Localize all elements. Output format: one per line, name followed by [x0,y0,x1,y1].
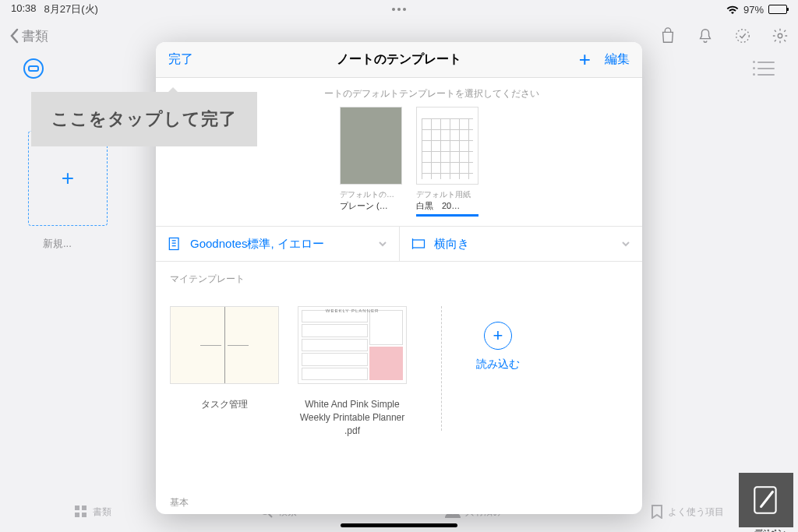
thumb-subcaption: 白黒 20… [416,200,478,212]
bell-icon[interactable] [697,27,714,44]
wifi-icon [726,5,739,14]
template-thumb [170,306,279,384]
plus-circle-icon: + [484,322,512,350]
tab-favorites[interactable]: よく使う項目 [651,505,724,519]
default-template-grid[interactable]: デフォルト用紙 白黒 20… [416,107,478,217]
plain-cover-thumb [340,107,402,185]
new-document-label: 新規... [43,237,72,251]
annotation-text: ここをタップして完了 [51,109,237,129]
import-template[interactable]: + 読み込む [476,306,520,372]
svg-rect-3 [82,506,87,510]
svg-rect-2 [75,506,79,510]
filter-label: 横向き [434,237,469,252]
template-task-management[interactable]: タスク管理 [170,306,279,411]
template-thumb: WEEKLY PLANNER [298,306,407,384]
plus-icon: + [62,166,74,191]
orientation-icon [411,236,426,252]
filter-label: Goodnotes標準, イエロー [190,237,324,252]
view-mode-icon[interactable] [23,58,44,79]
orientation-dropdown[interactable]: 横向き [400,227,643,261]
battery-pct: 97% [743,4,764,16]
svg-rect-10 [412,240,424,248]
watermark [739,473,793,527]
divider [441,306,442,431]
my-templates-label: マイテンプレート [156,262,642,291]
grid-cover-thumb [416,107,478,185]
default-template-plain[interactable]: デフォルトの… プレーン (… [340,107,402,217]
svg-rect-4 [75,513,79,517]
list-view-icon[interactable] [757,62,775,76]
thumb-caption: デフォルトの… [340,189,402,200]
modal-title: ノートのテンプレート [337,51,461,68]
svg-rect-5 [82,513,87,517]
multitask-dots-icon[interactable] [392,8,406,11]
basic-label: 基本 [156,485,642,514]
tab-label: よく使う項目 [668,506,724,519]
add-template-button[interactable]: + [579,48,591,72]
tab-label: 書類 [93,506,111,519]
gear-icon[interactable] [772,27,789,44]
template-name: White And Pink Simple Weekly Printable P… [298,398,407,437]
bookmark-icon [651,505,663,519]
default-hint: ートのデフォルトテンプレートを選択してください [324,87,630,100]
svg-point-1 [778,33,782,38]
status-time: 10:38 [11,2,37,16]
battery-icon [768,5,787,14]
chevron-down-icon [620,238,631,249]
templates-row: タスク管理 WEEKLY PLANNER White And Pink Simp… [156,291,642,437]
done-button[interactable]: 完了 [168,51,193,68]
shopping-bag-icon[interactable] [659,27,676,44]
thumb-subcaption: プレーン (… [340,200,402,212]
grid-icon [74,505,88,519]
chevron-left-icon [9,28,19,44]
status-bar: 10:38 8月27日(火) 97% [0,0,798,19]
modal-header: 完了 ノートのテンプレート + 編集 [156,42,642,78]
template-name: タスク管理 [170,398,279,411]
template-weekly-planner[interactable]: WEEKLY PLANNER White And Pink Simple Wee… [298,306,407,437]
import-label: 読み込む [476,358,520,372]
edit-button[interactable]: 編集 [605,51,630,68]
watermark-label: デジペン [754,527,786,532]
tab-documents[interactable]: 書類 [74,505,111,519]
selected-indicator [416,214,478,217]
filter-row: Goodnotes標準, イエロー 横向き [156,226,642,262]
svg-point-0 [736,30,750,43]
status-date: 8月27日(火) [44,2,98,16]
svg-rect-9 [169,238,178,250]
paper-style-dropdown[interactable]: Goodnotes標準, イエロー [156,227,400,261]
back-button[interactable]: 書類 [9,27,48,45]
thumb-caption: デフォルト用紙 [416,189,478,200]
home-indicator[interactable] [341,523,457,527]
checkmark-dashed-circle-icon[interactable] [734,27,751,44]
chevron-down-icon [377,238,388,249]
annotation-callout: ここをタップして完了 [31,92,257,146]
tablet-pen-icon [750,484,782,516]
paper-icon [167,236,182,252]
back-label: 書類 [22,27,48,45]
